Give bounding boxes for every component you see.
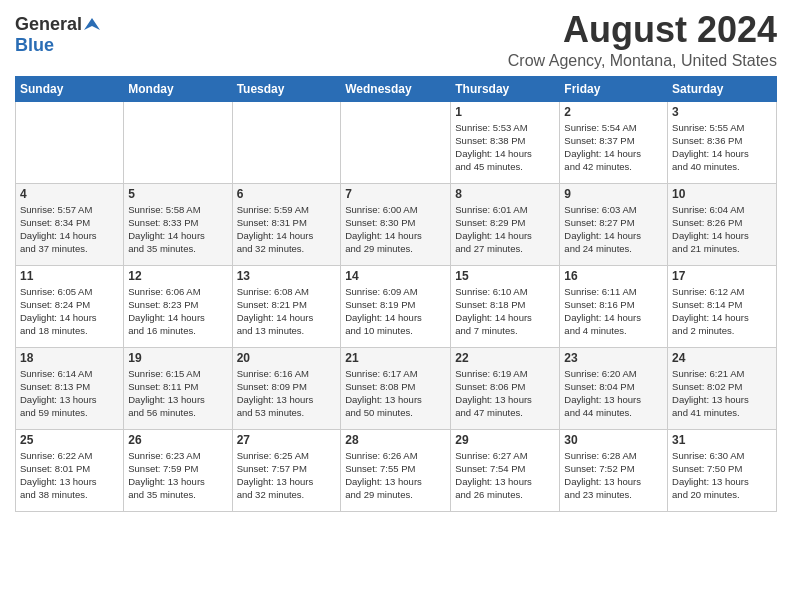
day-info: Sunrise: 6:20 AM Sunset: 8:04 PM Dayligh… <box>564 367 663 420</box>
table-row: 21Sunrise: 6:17 AM Sunset: 8:08 PM Dayli… <box>341 347 451 429</box>
day-number: 27 <box>237 433 337 447</box>
table-row: 9Sunrise: 6:03 AM Sunset: 8:27 PM Daylig… <box>560 183 668 265</box>
day-number: 6 <box>237 187 337 201</box>
day-number: 16 <box>564 269 663 283</box>
day-number: 5 <box>128 187 227 201</box>
day-number: 13 <box>237 269 337 283</box>
day-info: Sunrise: 6:23 AM Sunset: 7:59 PM Dayligh… <box>128 449 227 502</box>
day-info: Sunrise: 6:06 AM Sunset: 8:23 PM Dayligh… <box>128 285 227 338</box>
day-number: 24 <box>672 351 772 365</box>
day-number: 7 <box>345 187 446 201</box>
table-row: 20Sunrise: 6:16 AM Sunset: 8:09 PM Dayli… <box>232 347 341 429</box>
day-info: Sunrise: 6:30 AM Sunset: 7:50 PM Dayligh… <box>672 449 772 502</box>
header: General Blue August 2024 Crow Agency, Mo… <box>15 10 777 70</box>
table-row: 25Sunrise: 6:22 AM Sunset: 8:01 PM Dayli… <box>16 429 124 511</box>
day-number: 17 <box>672 269 772 283</box>
day-info: Sunrise: 6:05 AM Sunset: 8:24 PM Dayligh… <box>20 285 119 338</box>
table-row <box>16 101 124 183</box>
day-info: Sunrise: 6:09 AM Sunset: 8:19 PM Dayligh… <box>345 285 446 338</box>
table-row: 30Sunrise: 6:28 AM Sunset: 7:52 PM Dayli… <box>560 429 668 511</box>
day-number: 30 <box>564 433 663 447</box>
day-number: 11 <box>20 269 119 283</box>
day-info: Sunrise: 6:22 AM Sunset: 8:01 PM Dayligh… <box>20 449 119 502</box>
table-row: 12Sunrise: 6:06 AM Sunset: 8:23 PM Dayli… <box>124 265 232 347</box>
day-info: Sunrise: 6:00 AM Sunset: 8:30 PM Dayligh… <box>345 203 446 256</box>
col-thursday: Thursday <box>451 76 560 101</box>
table-row <box>124 101 232 183</box>
day-number: 31 <box>672 433 772 447</box>
table-row: 16Sunrise: 6:11 AM Sunset: 8:16 PM Dayli… <box>560 265 668 347</box>
table-row <box>232 101 341 183</box>
day-info: Sunrise: 6:08 AM Sunset: 8:21 PM Dayligh… <box>237 285 337 338</box>
table-row: 4Sunrise: 5:57 AM Sunset: 8:34 PM Daylig… <box>16 183 124 265</box>
day-info: Sunrise: 6:12 AM Sunset: 8:14 PM Dayligh… <box>672 285 772 338</box>
table-row: 28Sunrise: 6:26 AM Sunset: 7:55 PM Dayli… <box>341 429 451 511</box>
calendar-table: Sunday Monday Tuesday Wednesday Thursday… <box>15 76 777 512</box>
table-row: 8Sunrise: 6:01 AM Sunset: 8:29 PM Daylig… <box>451 183 560 265</box>
day-info: Sunrise: 5:53 AM Sunset: 8:38 PM Dayligh… <box>455 121 555 174</box>
day-info: Sunrise: 6:28 AM Sunset: 7:52 PM Dayligh… <box>564 449 663 502</box>
day-number: 26 <box>128 433 227 447</box>
day-info: Sunrise: 6:25 AM Sunset: 7:57 PM Dayligh… <box>237 449 337 502</box>
main-container: General Blue August 2024 Crow Agency, Mo… <box>0 0 792 517</box>
table-row: 5Sunrise: 5:58 AM Sunset: 8:33 PM Daylig… <box>124 183 232 265</box>
day-number: 8 <box>455 187 555 201</box>
calendar-week-row: 1Sunrise: 5:53 AM Sunset: 8:38 PM Daylig… <box>16 101 777 183</box>
col-saturday: Saturday <box>668 76 777 101</box>
day-number: 3 <box>672 105 772 119</box>
day-info: Sunrise: 6:11 AM Sunset: 8:16 PM Dayligh… <box>564 285 663 338</box>
calendar-week-row: 4Sunrise: 5:57 AM Sunset: 8:34 PM Daylig… <box>16 183 777 265</box>
day-info: Sunrise: 6:19 AM Sunset: 8:06 PM Dayligh… <box>455 367 555 420</box>
table-row: 27Sunrise: 6:25 AM Sunset: 7:57 PM Dayli… <box>232 429 341 511</box>
day-number: 23 <box>564 351 663 365</box>
logo: General Blue <box>15 14 100 56</box>
day-number: 19 <box>128 351 227 365</box>
day-number: 10 <box>672 187 772 201</box>
table-row: 23Sunrise: 6:20 AM Sunset: 8:04 PM Dayli… <box>560 347 668 429</box>
day-info: Sunrise: 6:15 AM Sunset: 8:11 PM Dayligh… <box>128 367 227 420</box>
col-friday: Friday <box>560 76 668 101</box>
day-info: Sunrise: 6:21 AM Sunset: 8:02 PM Dayligh… <box>672 367 772 420</box>
day-number: 25 <box>20 433 119 447</box>
day-number: 28 <box>345 433 446 447</box>
day-number: 4 <box>20 187 119 201</box>
table-row: 1Sunrise: 5:53 AM Sunset: 8:38 PM Daylig… <box>451 101 560 183</box>
day-info: Sunrise: 6:27 AM Sunset: 7:54 PM Dayligh… <box>455 449 555 502</box>
table-row: 29Sunrise: 6:27 AM Sunset: 7:54 PM Dayli… <box>451 429 560 511</box>
day-number: 14 <box>345 269 446 283</box>
day-info: Sunrise: 6:04 AM Sunset: 8:26 PM Dayligh… <box>672 203 772 256</box>
col-sunday: Sunday <box>16 76 124 101</box>
col-monday: Monday <box>124 76 232 101</box>
table-row: 10Sunrise: 6:04 AM Sunset: 8:26 PM Dayli… <box>668 183 777 265</box>
day-info: Sunrise: 6:14 AM Sunset: 8:13 PM Dayligh… <box>20 367 119 420</box>
day-info: Sunrise: 6:01 AM Sunset: 8:29 PM Dayligh… <box>455 203 555 256</box>
day-number: 9 <box>564 187 663 201</box>
day-info: Sunrise: 5:57 AM Sunset: 8:34 PM Dayligh… <box>20 203 119 256</box>
day-info: Sunrise: 6:10 AM Sunset: 8:18 PM Dayligh… <box>455 285 555 338</box>
day-info: Sunrise: 5:58 AM Sunset: 8:33 PM Dayligh… <box>128 203 227 256</box>
col-tuesday: Tuesday <box>232 76 341 101</box>
calendar-week-row: 18Sunrise: 6:14 AM Sunset: 8:13 PM Dayli… <box>16 347 777 429</box>
day-info: Sunrise: 5:54 AM Sunset: 8:37 PM Dayligh… <box>564 121 663 174</box>
logo-icon <box>84 16 100 32</box>
day-info: Sunrise: 6:16 AM Sunset: 8:09 PM Dayligh… <box>237 367 337 420</box>
day-number: 1 <box>455 105 555 119</box>
svg-marker-0 <box>84 18 100 30</box>
day-info: Sunrise: 5:55 AM Sunset: 8:36 PM Dayligh… <box>672 121 772 174</box>
table-row: 3Sunrise: 5:55 AM Sunset: 8:36 PM Daylig… <box>668 101 777 183</box>
table-row: 7Sunrise: 6:00 AM Sunset: 8:30 PM Daylig… <box>341 183 451 265</box>
day-info: Sunrise: 6:17 AM Sunset: 8:08 PM Dayligh… <box>345 367 446 420</box>
day-number: 2 <box>564 105 663 119</box>
day-number: 18 <box>20 351 119 365</box>
title-area: August 2024 Crow Agency, Montana, United… <box>508 10 777 70</box>
day-number: 29 <box>455 433 555 447</box>
table-row: 13Sunrise: 6:08 AM Sunset: 8:21 PM Dayli… <box>232 265 341 347</box>
day-number: 12 <box>128 269 227 283</box>
table-row: 14Sunrise: 6:09 AM Sunset: 8:19 PM Dayli… <box>341 265 451 347</box>
col-wednesday: Wednesday <box>341 76 451 101</box>
day-info: Sunrise: 5:59 AM Sunset: 8:31 PM Dayligh… <box>237 203 337 256</box>
logo-blue-text: Blue <box>15 35 54 55</box>
calendar-week-row: 11Sunrise: 6:05 AM Sunset: 8:24 PM Dayli… <box>16 265 777 347</box>
day-number: 20 <box>237 351 337 365</box>
logo-general-text: General <box>15 14 82 35</box>
